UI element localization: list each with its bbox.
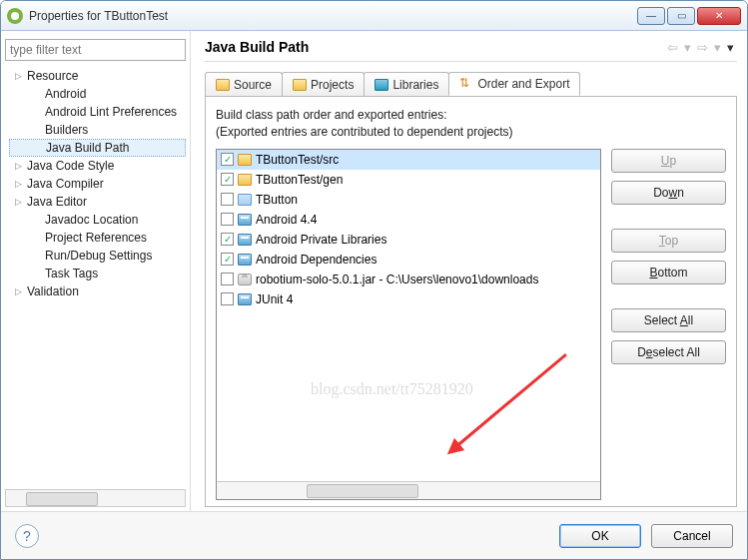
help-button[interactable]: ? [15,524,39,548]
expand-icon: ▷ [15,71,25,81]
tree-item[interactable]: Run/Debug Settings [9,247,186,265]
sidebar-scrollbar[interactable] [5,489,186,507]
checkbox[interactable]: ✓ [221,233,234,246]
lib-icon [374,79,388,91]
list-scrollbar[interactable] [217,481,600,499]
tree-item-label: Project References [45,231,147,245]
tab-projects[interactable]: Projects [282,72,365,96]
tree-item-label: Java Build Path [46,141,129,155]
list-item-label: TButtonTest/src [256,153,339,167]
tree-item[interactable]: ▷Java Compiler [9,175,186,193]
tree-item-label: Java Compiler [27,177,104,191]
tree-item-label: Java Editor [27,195,87,209]
tab-source[interactable]: Source [205,72,283,96]
ok-button[interactable]: OK [559,524,641,548]
checkbox[interactable] [221,273,234,285]
filter-input[interactable] [5,39,186,61]
pkg-icon [238,174,252,186]
maximize-button[interactable]: ▭ [667,7,695,25]
tab-label: Projects [311,78,354,92]
expand-icon: ▷ [15,179,25,189]
tree-item-label: Run/Debug Settings [45,249,152,263]
sidebar: ▷ResourceAndroidAndroid Lint Preferences… [1,31,191,511]
expand-icon: ▷ [15,286,25,296]
libstack-icon [238,254,252,266]
back-menu-icon[interactable]: ▾ [681,40,694,55]
tree-item-label: Java Code Style [27,159,114,173]
libstack-icon [238,214,252,226]
back-icon[interactable]: ⇦ [664,40,681,55]
checkbox[interactable]: ✓ [221,153,234,166]
folder2-icon [238,194,252,206]
tree-item-label: Resource [27,69,78,83]
list-item[interactable]: ✓TButtonTest/gen [217,170,600,190]
tab-libraries[interactable]: Libraries [364,72,449,96]
checkbox[interactable] [221,292,234,305]
list-item-label: TButtonTest/gen [256,173,343,187]
tree-item[interactable]: Task Tags [9,265,186,282]
up-button[interactable]: Up [611,149,726,173]
window-title: Properties for TButtonTest [29,9,637,23]
list-item[interactable]: Android 4.4 [217,210,600,230]
folder-icon [293,79,307,91]
tree-item-label: Validation [27,284,79,298]
checkbox[interactable]: ✓ [221,253,234,266]
jar-icon [238,274,252,285]
checkbox[interactable] [221,193,234,206]
main-panel: Java Build Path ⇦ ▾ ⇨ ▾ ▾ SourceProjects… [191,31,747,511]
expand-icon: ▷ [15,161,25,171]
deselect-all-button[interactable]: Deselect All [611,340,726,364]
forward-menu-icon[interactable]: ▾ [711,40,724,55]
bottom-button[interactable]: Bottom [611,261,726,284]
down-button[interactable]: Down [611,181,726,205]
tab-label: Source [234,78,272,92]
page-title: Java Build Path [205,39,664,55]
list-item[interactable]: ✓Android Dependencies [217,250,600,270]
tab-order-and-export[interactable]: Order and Export [448,72,580,96]
tab-label: Libraries [392,78,438,92]
checkbox[interactable]: ✓ [221,173,234,186]
list-item[interactable]: TButton [217,190,600,210]
top-button[interactable]: Top [611,229,726,253]
select-all-button[interactable]: Select All [611,308,726,332]
tab-panel: Build class path order and exported entr… [205,96,737,507]
minimize-button[interactable]: — [637,7,665,25]
tree-item[interactable]: ▷Java Code Style [9,157,186,175]
forward-icon[interactable]: ⇨ [694,40,711,55]
checkbox[interactable] [221,213,234,226]
tree-item-label: Android [45,87,86,101]
nav-tree[interactable]: ▷ResourceAndroidAndroid Lint Preferences… [5,67,186,485]
tab-bar: SourceProjectsLibrariesOrder and Export [205,72,737,96]
desc-line1: Build class path order and exported entr… [216,107,726,124]
tree-item[interactable]: ▷Resource [9,67,186,85]
tree-item-label: Task Tags [45,267,98,280]
dialog-footer: ? OK Cancel [1,511,747,559]
list-item[interactable]: ✓Android Private Libraries [217,230,600,250]
list-item[interactable]: ✓TButtonTest/src [217,150,600,170]
list-item-label: Android Private Libraries [256,233,386,247]
titlebar: Properties for TButtonTest — ▭ ✕ [1,1,747,31]
list-item-label: JUnit 4 [256,292,293,306]
tree-item[interactable]: Android [9,85,186,103]
list-item[interactable]: JUnit 4 [217,289,600,309]
cancel-button[interactable]: Cancel [651,524,733,548]
tree-item[interactable]: Builders [9,121,186,139]
tree-item[interactable]: Android Lint Preferences [9,103,186,121]
list-item[interactable]: robotium-solo-5.0.1.jar - C:\Users\lenov… [217,270,600,289]
libstack-icon [238,234,252,246]
tree-item-label: Android Lint Preferences [45,105,177,119]
tree-item[interactable]: ▷Validation [9,282,186,300]
list-item-label: Android 4.4 [256,213,317,227]
entries-list[interactable]: ✓TButtonTest/src✓TButtonTest/genTButtonA… [216,149,601,500]
view-menu-icon[interactable]: ▾ [724,40,737,55]
desc-line2: (Exported entries are contributed to dep… [216,124,726,141]
tree-item-label: Builders [45,123,88,137]
tree-item[interactable]: ▷Java Editor [9,193,186,211]
app-icon [7,8,23,24]
tree-item[interactable]: Javadoc Location [9,211,186,229]
tree-item[interactable]: Java Build Path [9,139,186,157]
close-button[interactable]: ✕ [697,7,741,25]
folder-icon [216,79,230,91]
tree-item[interactable]: Project References [9,229,186,247]
tree-item-label: Javadoc Location [45,213,138,227]
